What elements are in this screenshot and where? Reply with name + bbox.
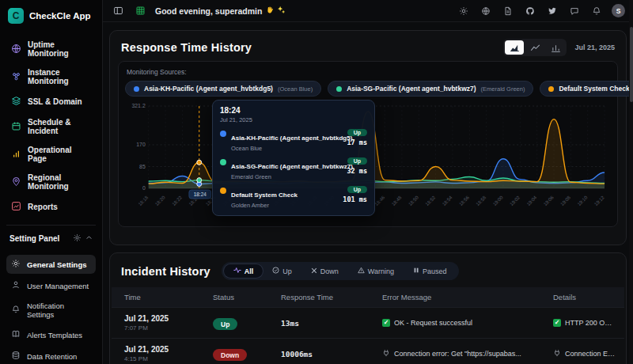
response-time-chart[interactable]: 085170321.218:1818:2018:2218:2418:2618:2… xyxy=(125,100,611,225)
database-icon xyxy=(11,351,21,362)
sidebar-item-operational-page[interactable]: Operational Page xyxy=(6,142,96,167)
col-time: Time xyxy=(112,287,205,307)
language-globe-icon[interactable] xyxy=(479,4,493,18)
status-badge-down: Down xyxy=(213,349,247,361)
app-logo[interactable]: C CheckCle App xyxy=(6,6,96,32)
x-icon xyxy=(311,267,317,275)
user-avatar[interactable]: S xyxy=(612,4,625,17)
sidebar-item-schedule-incident[interactable]: Schedule & Incident xyxy=(6,114,96,139)
svg-text:18:46: 18:46 xyxy=(374,195,386,207)
sidebar-item-notification-settings[interactable]: Notification Settings xyxy=(6,298,96,323)
legend-pill-sg[interactable]: Asia-SG-Pacific (Agent agent_hvbtkwz7) (… xyxy=(328,81,533,97)
response-card-title: Response Time History xyxy=(121,41,252,54)
tooltip-row: Asia-KH-Pacific (Agent agent_hvbtkdg5)Oc… xyxy=(220,129,367,152)
chart-date[interactable]: Jul 21, 2025 xyxy=(574,44,615,51)
incident-time: 7:07 PM xyxy=(124,324,197,332)
col-error-message: Error Message xyxy=(374,287,545,307)
app-logo-icon: C xyxy=(8,8,24,24)
sidebar-settings-nav: General Settings User Management Notific… xyxy=(6,255,96,364)
sidebar-item-instance-monitoring[interactable]: Instance Monitoring xyxy=(6,64,96,89)
gear-icon xyxy=(11,259,21,270)
setting-panel-header[interactable]: Setting Panel xyxy=(6,232,96,250)
sidebar: C CheckCle App Uptime Monitoring Instanc… xyxy=(0,0,103,364)
sidebar-item-regional-monitoring[interactable]: Regional Monitoring xyxy=(6,169,96,195)
docs-icon[interactable] xyxy=(501,4,515,18)
filter-all[interactable]: All xyxy=(224,264,263,278)
table-row[interactable]: Jul 21, 2025 7:07 PM Up 13ms ✓ OK - Requ… xyxy=(112,307,624,338)
chat-icon[interactable] xyxy=(567,4,582,18)
sidebar-item-data-retention[interactable]: Data Retention xyxy=(6,347,96,364)
main-content: Response Time History Jul 21, 2025 Monit… xyxy=(103,22,633,364)
top-header: Good evening, superadmin S xyxy=(103,0,633,22)
incident-card-title: Incident History xyxy=(121,265,210,278)
theme-toggle-icon[interactable] xyxy=(457,4,471,18)
details-cell: ✓ HTTP 200 OK - Response time: 13.42ms |… xyxy=(545,313,624,333)
svg-text:19:04: 19:04 xyxy=(526,195,538,207)
legend-dot-ocean-blue xyxy=(134,86,139,92)
chart-legend: Asia-KH-Pacific (Agent agent_hvbtkdg5) (… xyxy=(125,81,611,97)
sidebar-item-label: User Management xyxy=(27,282,89,290)
col-details: Details xyxy=(545,287,624,307)
tooltip-row: Default System CheckGolden Amber Up101 m… xyxy=(220,186,367,209)
col-response-time: Response Time xyxy=(273,287,374,307)
sidebar-item-uptime-monitoring[interactable]: Uptime Monitoring xyxy=(6,36,96,62)
sidebar-item-label: Reports xyxy=(28,203,58,211)
monitoring-sources-label: Monitoring Sources: xyxy=(127,68,611,76)
tooltip-row: Asia-SG-Pacific (Agent agent_hvbtkwz7)Em… xyxy=(220,157,367,180)
incident-table-header: Time Status Response Time Error Message … xyxy=(112,287,624,307)
sidebar-toggle-button[interactable] xyxy=(111,4,125,18)
filter-warning[interactable]: Warning xyxy=(348,264,404,278)
chevron-up-icon xyxy=(85,234,93,243)
check-icon: ✓ xyxy=(382,319,390,327)
details-cell: Connection Error - Request timeout | Res… xyxy=(545,343,624,364)
map-pin-icon xyxy=(11,176,21,188)
sidebar-item-general-settings[interactable]: General Settings xyxy=(6,255,96,274)
col-status: Status xyxy=(205,287,273,307)
svg-text:85: 85 xyxy=(139,164,146,169)
svg-text:0: 0 xyxy=(142,185,146,191)
globe-icon xyxy=(11,44,21,55)
tooltip-dot-blue xyxy=(220,131,226,137)
filter-down[interactable]: Down xyxy=(301,265,348,278)
scrollbar-thumb[interactable] xyxy=(630,27,633,102)
response-time-value: 13ms xyxy=(273,313,374,334)
sidebar-item-alerts-templates[interactable]: Alerts Templates xyxy=(6,325,96,344)
sidebar-item-label: Uptime Monitoring xyxy=(28,40,91,58)
sidebar-item-label: Data Retention xyxy=(27,352,77,361)
tooltip-date: Jul 21, 2025 xyxy=(220,116,367,123)
line-chart-button[interactable] xyxy=(525,40,544,55)
calendar-icon xyxy=(11,121,21,133)
page-scrollbar xyxy=(629,0,633,364)
github-icon[interactable] xyxy=(523,4,537,18)
svg-text:18:58: 18:58 xyxy=(476,195,487,207)
grid-apps-icon[interactable] xyxy=(133,4,147,18)
bell-icon xyxy=(11,305,21,316)
svg-text:18:48: 18:48 xyxy=(391,195,403,207)
book-icon xyxy=(11,329,21,340)
setting-panel-label: Setting Panel xyxy=(9,234,59,243)
filter-paused[interactable]: Paused xyxy=(404,264,457,278)
status-badge-up: Up xyxy=(347,186,367,193)
status-badge-up: Up xyxy=(347,157,367,165)
table-row[interactable]: Jul 21, 2025 4:15 PM Down 10006ms Connec… xyxy=(112,338,624,364)
legend-pill-default[interactable]: Default System Check (Golden Amber) xyxy=(540,81,633,97)
bar-chart-button[interactable] xyxy=(546,40,565,55)
sidebar-item-label: Operational Page xyxy=(28,146,91,163)
notifications-bell-icon[interactable] xyxy=(589,4,604,18)
legend-name: Asia-KH-Pacific (Agent agent_hvbtkdg5) xyxy=(144,85,273,93)
sidebar-item-ssl-domain[interactable]: SSL & Domain xyxy=(6,92,96,112)
sidebar-item-label: Notification Settings xyxy=(27,301,91,319)
gear-icon xyxy=(73,233,81,244)
chart-tooltip: 18:24 Jul 21, 2025 Asia-KH-Pacific (Agen… xyxy=(212,100,375,216)
response-time-card: Response Time History Jul 21, 2025 Monit… xyxy=(109,30,627,245)
twitter-icon[interactable] xyxy=(545,4,559,18)
filter-up[interactable]: Up xyxy=(263,264,301,278)
sidebar-item-label: Schedule & Incident xyxy=(28,118,91,135)
legend-dot-emerald-green xyxy=(336,86,342,92)
legend-pill-kh[interactable]: Asia-KH-Pacific (Agent agent_hvbtkdg5) (… xyxy=(125,81,321,97)
sidebar-item-user-management[interactable]: User Management xyxy=(6,276,96,295)
svg-text:170: 170 xyxy=(136,142,146,147)
area-chart-button[interactable] xyxy=(505,40,524,55)
sidebar-item-reports[interactable]: Reports xyxy=(6,197,96,217)
sparkles-emoji xyxy=(277,6,286,16)
